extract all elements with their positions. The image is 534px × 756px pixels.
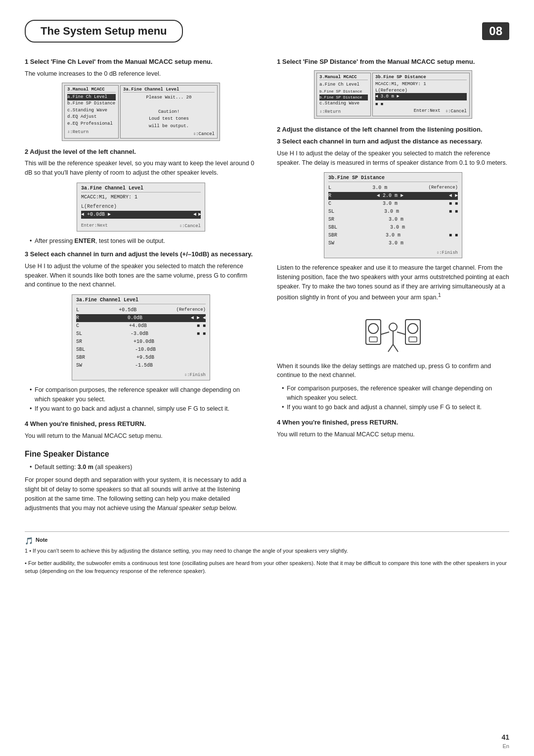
left-step1-desc: The volume increases to the 0 dB referen… [25,69,257,79]
right-step1-heading: 1 Select 'Fine SP Distance' from the Man… [277,57,509,66]
sp-val-r: ◄ 2.0 m ► [377,192,403,200]
right-sr-bars: ■ ■ [375,102,467,107]
svg-line-7 [381,332,389,334]
right-step3-heading: 3 Select each channel in turn and adjust… [277,137,509,146]
screen-mockup-2-right: 3b.Fine SP Distance L 3.0 m (Reference) … [324,172,462,258]
sp-ch-sbr: SBR [328,232,337,239]
right-step3-desc2: Listen to the reference speaker and use … [277,263,509,302]
svg-rect-2 [369,337,377,342]
left-bullet-1: After pressing ENTER, test tones will be… [30,236,257,246]
sp-val-sbr: 3.0 m [386,232,400,239]
right-sr-ref-label: L(Reference) [375,88,467,93]
fine-speaker-bullet: Default setting: 3.0 m (all speakers) [30,463,257,472]
sm3-ch-sbl: SBL [76,346,85,354]
fine-speaker-desc: For proper sound depth and separation wi… [25,475,257,513]
sm3-ch-sr: SR [76,338,82,346]
left-bullet-3: If you want to go back and adjust a chan… [30,404,257,414]
chapter-number: 08 [482,22,509,40]
sp-row-sw: SW 3.0 m [328,239,458,247]
left-bullet-list-2: For comparison purposes, the reference s… [25,385,257,413]
sp-nav: ⇩:Finish [328,250,458,255]
sm3-bars-sl: ■ ■ [197,330,206,338]
sm3-row-sbr: SBR +9.5dB [76,354,206,362]
sm2-mem: MCACC:M1, MEMORY: 1 [81,194,201,200]
screen-item-1: a.Fine Ch Level [67,94,116,101]
note-box: 🎵 Note 1 • If you can't seem to achieve … [25,531,509,575]
screen-item-5: e.EQ Professional [67,121,116,128]
svg-point-6 [389,323,397,331]
sp-ref-l: (Reference) [429,184,458,192]
right-step4-heading: 4 When you're finished, press RETURN. [277,418,509,427]
svg-rect-5 [409,337,417,342]
page-number: 41 [501,733,509,741]
sp-bars-r: ◄ ► [449,192,458,200]
sm2-bars: ◄ ► [193,211,201,219]
right-sr-cancel: ⇩:Cancel [445,108,467,114]
sp-row-sbr: SBR 3.0 m ■ ■ [328,232,458,239]
sm2-nav-cancel: ⇩:Cancel [179,223,201,229]
sm3-val-r: 0.0dB [128,314,142,322]
sp-ch-c: C [328,200,331,208]
sm3-val-sw: -1.5dB [135,362,153,370]
sm3-ch-sbr: SBR [76,354,85,362]
fine-speaker-section: Fine Speaker Distance Default setting: 3… [25,450,257,513]
left-column: 1 Select 'Fine Ch Level' from the Manual… [25,57,257,517]
sm3-bars-r: ◄ ► ◄ [191,314,206,322]
right-sr-ref-val: ◄ 3.0 m ► [375,93,467,100]
sm3-ch-l: L [76,306,79,314]
left-step3-desc: Use H I to adjust the volume of the spea… [25,262,257,289]
sm3-row-sl: SL -3.0dB ■ ■ [76,330,206,338]
screen-mockup-3-left: 3a.Fine Channel Level L +0.5dB (Referenc… [72,294,210,380]
sp-val-sr: 3.0 m [389,216,403,224]
sp-ch-sl: SL [328,208,334,216]
right-bullet-1: For comparison purposes, the reference s… [282,384,509,403]
page-title: The System Setup menu [41,25,167,38]
sp-row-l: L 3.0 m (Reference) [328,184,458,192]
sm2-nav: Enter:Next ⇩:Cancel [81,223,201,229]
sp-val-sbl: 3.0 m [390,224,405,232]
sm2-ref-label: L(Reference) [81,203,117,211]
sm3-val-sbl: -10.0dB [135,346,156,354]
sp-row-r: R ◄ 2.0 m ► ◄ ► [328,192,458,200]
screen-item-4: d.EQ Adjust [67,114,116,121]
title-box: The System Setup menu [25,20,183,43]
svg-rect-1 [368,324,378,333]
right-step2-heading: 2 Adjust the distance of the left channe… [277,125,509,135]
screen-item-3: c.Standing Wave [67,107,116,114]
right-column: 1 Select 'Fine SP Distance' from the Man… [277,57,509,517]
screen-right-title: 3a.Fine Channel Level [123,87,215,93]
sm3-row-sbl: SBL -10.0dB [76,346,206,354]
screen-mockup-1-left: 3.Manual MCACC a.Fine Ch Level b.Fine SP… [62,83,220,141]
sp-row-sl: SL 3.0 m ■ ■ [328,208,458,216]
screen-mockup-1-right: 3.Manual MCACC a.Fine Ch Level b.Fine SP… [314,70,472,119]
sp-bars-sbr: ■ ■ [449,232,458,239]
sm2-val-label: ◄ +0.0dB ► [81,211,111,219]
screen-right-nav: ⇩:Cancel [123,131,215,137]
sp-ch-r: R [328,192,331,200]
sp-nav-finish: ⇩:Finish [437,250,458,255]
sm3-val-sbr: +9.5dB [136,354,154,362]
left-step2-heading: 2 Adjust the level of the left channel. [25,147,257,157]
sm2-ref-row: L(Reference) [81,203,201,211]
header: The System Setup menu 08 [25,20,509,43]
sm3-title: 3a.Fine Channel Level [76,297,206,304]
sm2-title: 3a.Fine Channel Level [81,186,201,192]
sp-bars-sl: ■ ■ [449,208,458,216]
sm3-ch-c: C [76,322,79,330]
fine-speaker-bullet-list: Default setting: 3.0 m (all speakers) [25,463,257,472]
sp-ch-l: L [328,184,331,192]
sm3-row-sr: SR +10.0dB [76,338,206,346]
sp-val-c: 3.0 m [383,200,398,208]
right-screen-nav-return: ⇩:Return [319,109,368,114]
speaker-diagram-svg [363,310,423,354]
sm3-val-sl: -3.0dB [131,330,148,338]
right-bullet-list: For comparison purposes, the reference s… [277,384,509,412]
left-bullet-2: For comparison purposes, the reference s… [30,385,257,404]
right-sr-mem: MCACC:M1, MEMORY: 1 [375,82,467,87]
sm3-val-l: +0.5dB [119,306,136,314]
note-line2: • For better audibility, the subwoofer e… [25,559,509,575]
sm2-nav-enter: Enter:Next [81,223,108,229]
svg-line-10 [388,344,393,352]
sp-ch-sr: SR [328,216,334,224]
sm3-ch-sw: SW [76,362,82,370]
